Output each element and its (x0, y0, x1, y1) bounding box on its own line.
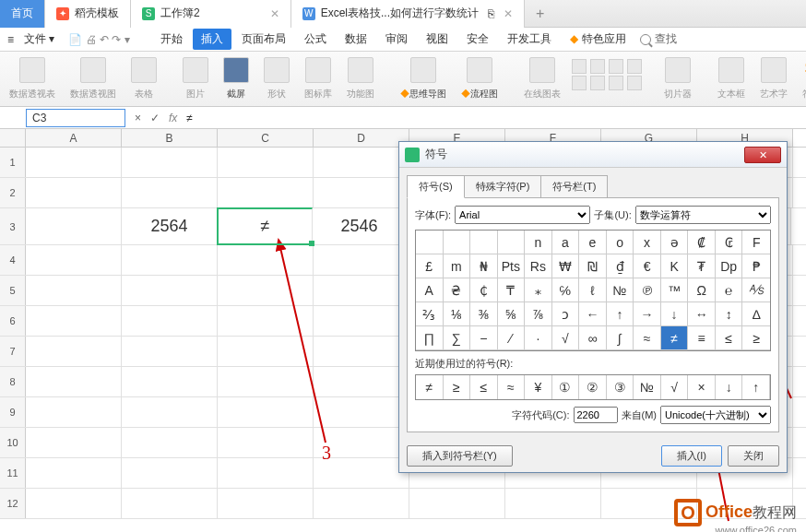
subset-select[interactable]: 数学运算符 (635, 206, 771, 224)
recent-symbol[interactable]: ③ (607, 375, 634, 399)
recent-symbol[interactable]: × (688, 375, 716, 399)
recent-symbol[interactable]: ↓ (716, 375, 743, 399)
symbol-cell[interactable]: ℗ (634, 278, 661, 302)
symbol-cell[interactable]: ₸ (498, 278, 526, 302)
symbol-cell[interactable]: √ (552, 326, 580, 350)
symbol-cell[interactable]: ↔ (688, 302, 716, 326)
symbol-cell[interactable]: a (552, 231, 580, 254)
menu-view[interactable]: 视图 (418, 29, 456, 50)
cell-D3[interactable]: 2546 (312, 208, 408, 244)
menu-data[interactable]: 数据 (337, 29, 375, 50)
symbol-cell[interactable]: ≥ (742, 326, 770, 350)
ribbon-charts[interactable]: 在线图表 (520, 55, 564, 102)
menu-layout[interactable]: 页面布局 (233, 29, 294, 50)
symbol-cell[interactable] (498, 231, 526, 254)
symbol-cell[interactable]: ₵ (470, 278, 498, 302)
symbol-cell[interactable]: £ (416, 254, 444, 278)
cell-C3[interactable]: ≠ (217, 207, 313, 245)
insert-to-bar-button[interactable]: 插入到符号栏(Y) (407, 445, 513, 467)
symbol-cell[interactable]: ∏ (416, 326, 444, 350)
code-input[interactable] (574, 407, 618, 423)
symbol-cell[interactable]: ∑ (444, 326, 471, 350)
symbol-cell[interactable]: m (444, 254, 471, 278)
tab-workbook[interactable]: S工作簿2✕ (131, 0, 291, 28)
from-select[interactable]: Unicode(十六进制) (660, 406, 771, 424)
symbol-cell[interactable]: ↑ (607, 302, 634, 326)
ribbon-mindmap[interactable]: ◆思维导图 (397, 55, 450, 102)
symbol-cell[interactable]: ∞ (579, 326, 607, 350)
cancel-icon[interactable]: × (135, 112, 141, 124)
symbol-cell[interactable]: ↕ (716, 302, 743, 326)
tab-special[interactable]: 特殊字符(P) (464, 175, 542, 198)
symbol-cell[interactable]: ≈ (634, 326, 661, 350)
ribbon-picture[interactable]: 图片 (179, 55, 212, 102)
symbol-cell[interactable]: F (742, 231, 770, 254)
tab-symbolbar[interactable]: 符号栏(T) (540, 175, 608, 198)
ribbon-textbox[interactable]: 文本框 (714, 55, 749, 102)
symbol-cell[interactable]: № (607, 278, 634, 302)
symbol-cell[interactable]: Dp (716, 254, 743, 278)
symbol-cell[interactable]: ₴ (444, 278, 471, 302)
menu-security[interactable]: 安全 (458, 29, 497, 50)
ribbon-wordart[interactable]: 艺术字 (756, 55, 791, 102)
symbol-cell[interactable]: ⅜ (470, 302, 498, 326)
recent-symbol[interactable]: ¥ (525, 375, 552, 399)
symbol-cell[interactable]: ₱ (742, 254, 770, 278)
recent-symbol[interactable]: ① (552, 375, 580, 399)
close-button[interactable]: 关闭 (728, 445, 779, 467)
symbol-cell[interactable]: ₪ (579, 254, 607, 278)
symbol-cell[interactable]: ₦ (470, 254, 498, 278)
symbol-cell[interactable]: ⅔ (416, 302, 444, 326)
tab-template[interactable]: ✦稻壳模板 (45, 0, 131, 28)
symbol-cell[interactable]: ℓ (579, 278, 607, 302)
symbol-cell[interactable]: ≠ (661, 326, 689, 350)
ribbon-flowchart[interactable]: ◆流程图 (457, 55, 502, 102)
symbol-cell[interactable]: ⅝ (498, 302, 526, 326)
symbol-cell[interactable]: ⅍ (742, 278, 770, 302)
close-icon[interactable]: ✕ (270, 7, 279, 20)
symbol-cell[interactable]: ⅞ (525, 302, 552, 326)
symbol-cell[interactable]: ₩ (552, 254, 580, 278)
select-all-corner[interactable] (0, 129, 26, 147)
tab-home[interactable]: 首页 (0, 0, 45, 28)
fx-icon[interactable]: fx (169, 112, 177, 124)
menu-review[interactable]: 审阅 (377, 29, 416, 50)
ribbon-screenshot[interactable]: 截屏 (219, 55, 253, 102)
symbol-cell[interactable]: ə (661, 231, 689, 254)
symbol-cell[interactable]: ℅ (552, 278, 580, 302)
dialog-close-button[interactable]: ✕ (744, 147, 781, 163)
menu-insert[interactable]: 插入 (193, 29, 231, 50)
symbol-cell[interactable] (416, 231, 444, 254)
ribbon-iconlib[interactable]: 图标库 (301, 55, 336, 102)
symbol-cell[interactable]: Rs (525, 254, 552, 278)
symbol-cell[interactable] (444, 231, 471, 254)
symbol-cell[interactable]: ← (579, 302, 607, 326)
font-select[interactable]: Arial (455, 206, 590, 224)
symbol-cell[interactable]: ∕ (498, 326, 526, 350)
symbol-cell[interactable]: − (470, 326, 498, 350)
symbol-cell[interactable]: ↄ (552, 302, 580, 326)
name-box[interactable]: C3 (26, 109, 125, 127)
symbol-cell[interactable]: Ω (688, 278, 716, 302)
symbol-cell[interactable]: ≤ (716, 326, 743, 350)
symbol-cell[interactable]: e (579, 231, 607, 254)
close-icon[interactable]: ✕ (504, 7, 513, 20)
tab-symbols[interactable]: 符号(S) (407, 175, 465, 198)
symbol-cell[interactable]: ™ (661, 278, 689, 302)
symbol-cell[interactable]: x (634, 231, 661, 254)
recent-symbol[interactable]: ≠ (416, 375, 444, 399)
ok-icon[interactable]: ✓ (150, 112, 160, 124)
dialog-titlebar[interactable]: 符号 ✕ (399, 142, 787, 168)
symbol-cell[interactable]: ⅛ (444, 302, 471, 326)
ribbon-func[interactable]: 功能图 (343, 55, 378, 102)
symbol-cell[interactable]: ∙ (525, 326, 552, 350)
col-D[interactable]: D (314, 129, 409, 147)
symbol-cell[interactable]: ⁎ (525, 278, 552, 302)
recent-symbol[interactable]: ≥ (444, 375, 471, 399)
menu-dev[interactable]: 开发工具 (499, 29, 560, 50)
new-tab-button[interactable]: + (525, 6, 555, 22)
col-B[interactable]: B (122, 129, 218, 147)
col-C[interactable]: C (218, 129, 314, 147)
symbol-cell[interactable]: ₫ (607, 254, 634, 278)
menu-formula[interactable]: 公式 (296, 29, 335, 50)
